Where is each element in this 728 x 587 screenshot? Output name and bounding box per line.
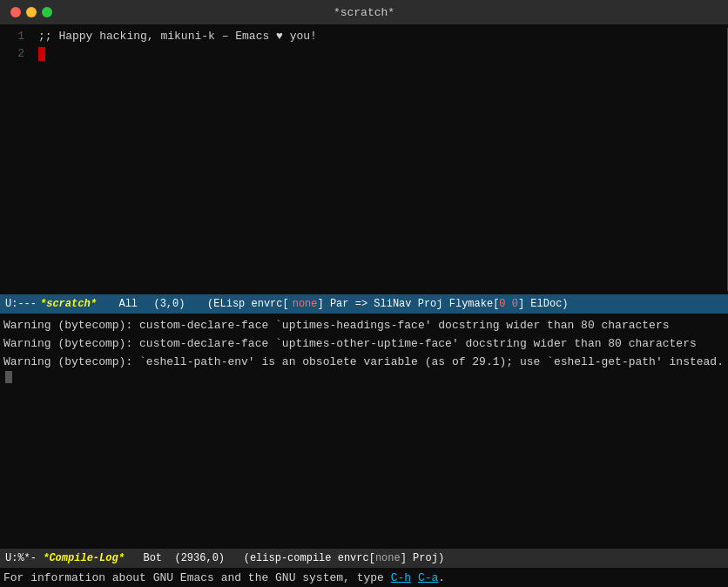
mode-line-buffer[interactable]: *scratch* [40,298,97,310]
mode-line-pos: (3,0) [141,298,185,310]
mini-buffer-text: For information about GNU Emacs and the … [3,571,445,584]
mode-line-bottom-pos: Bot [125,552,162,564]
message-line-2: Warning (bytecomp): custom-declare-face … [0,335,728,354]
message-line-1: Warning (bytecomp): custom-declare-face … [0,317,728,335]
line-number-2: 2 [0,45,24,63]
mini-buffer: For information about GNU Emacs and the … [0,568,728,587]
mode-line-mode-suffix: ] Par => SliNav Proj Flymake[ [318,298,500,310]
mode-line-all: All [100,298,138,310]
kbd-c-h: C-h [391,571,411,584]
mode-line-mode-prefix: (ELisp envrc[ [188,298,288,310]
compile-cursor [5,371,12,383]
mode-line-bottom-linecol: (2936,0) [162,552,225,564]
maximize-button[interactable] [42,7,52,17]
kbd-c-a: C-a [418,571,438,584]
text-cursor [38,47,45,61]
line-1-text: ;; Happy hacking, mikuni-k – Emacs ♥ you… [38,28,317,45]
mode-line-bottom: U:%*- *Compile-Log* Bot (2936,0) (elisp-… [0,549,728,568]
messages-area: Warning (bytecomp): custom-declare-face … [0,314,728,387]
message-cursor-line [0,371,728,383]
mode-line-none: none [293,298,318,310]
line-number-1: 1 [0,28,24,45]
close-button[interactable] [10,7,21,17]
mode-line-bottom-buffer[interactable]: *Compile-Log* [37,552,125,564]
line-numbers: 1 2 [0,24,31,294]
editor-line-1: ;; Happy hacking, mikuni-k – Emacs ♥ you… [38,28,721,45]
mode-line-bottom-mode-suffix: ] Proj) [401,552,444,564]
mode-line-bottom-mode-prefix: (elisp-compile envrc[ [225,552,375,564]
mode-line-status: U:--- [5,298,37,310]
mode-line-bottom-none: none [375,552,401,564]
editor-line-2 [38,45,721,63]
editor-area[interactable]: 1 2 ;; Happy hacking, mikuni-k – Emacs ♥… [0,24,728,294]
mode-line-top: U:--- *scratch* All (3,0) (ELisp envrc[n… [0,294,728,314]
title-bar: *scratch* [0,0,728,24]
mode-line-eldoc: ] ElDoc) [518,298,569,310]
window-title: *scratch* [334,6,394,19]
mode-line-bottom-status: U:%*- [5,552,37,564]
editor-content[interactable]: ;; Happy hacking, mikuni-k – Emacs ♥ you… [31,24,728,294]
message-line-3: Warning (bytecomp): `eshell-path-env' is… [0,354,728,372]
mode-line-flymake: 0 0 [499,298,518,310]
window-controls [10,7,52,17]
spacer-area [0,387,728,549]
minimize-button[interactable] [26,7,37,17]
main-layout: 1 2 ;; Happy hacking, mikuni-k – Emacs ♥… [0,24,728,587]
